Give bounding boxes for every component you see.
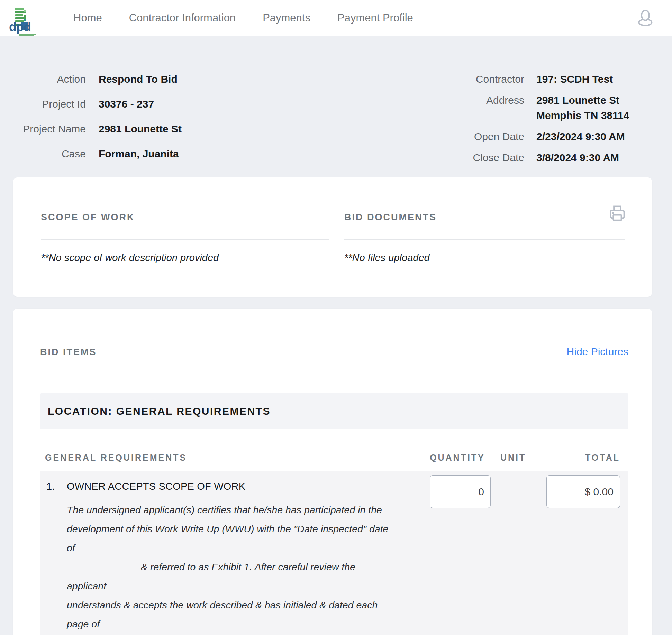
nav-item-home[interactable]: Home	[73, 12, 102, 24]
scope-of-work-title: SCOPE OF WORK	[41, 212, 329, 223]
project-info-right: Contractor 197: SCDH Test Address 2981 L…	[465, 72, 637, 165]
nav-item-contractor-information[interactable]: Contractor Information	[129, 12, 236, 24]
address-value: 2981 Lounette St Memphis TN 38114	[536, 93, 637, 123]
logo-caption-decoration	[19, 34, 36, 36]
dpd-logo[interactable]: dpd	[8, 2, 39, 36]
project-id-label: Project Id	[0, 96, 86, 112]
scope-divider	[41, 239, 329, 240]
open-date-label: Open Date	[465, 129, 524, 144]
location-header-text: LOCATION: GENERAL REQUIREMENTS	[48, 405, 271, 417]
bid-items-divider	[40, 377, 628, 377]
bid-items-title: BID ITEMS	[40, 347, 97, 358]
bid-documents-panel: BID DOCUMENTS **No files uploaded	[344, 212, 625, 297]
address-label: Address	[465, 93, 524, 108]
nav-item-payments[interactable]: Payments	[263, 12, 310, 24]
project-name-value: 2981 Lounette St	[99, 121, 182, 137]
project-info-section: Action Respond To Bid Project Id 30376 -…	[0, 36, 672, 165]
bid-items-card: BID ITEMS Hide Pictures LOCATION: GENERA…	[13, 309, 652, 635]
bid-item-number: 1.	[45, 481, 67, 635]
column-header-total: TOTAL	[546, 453, 620, 463]
project-info-left: Action Respond To Bid Project Id 30376 -…	[0, 72, 182, 165]
total-input[interactable]	[546, 475, 620, 508]
bid-documents-title: BID DOCUMENTS	[344, 212, 625, 223]
column-header-item: GENERAL REQUIREMENTS	[45, 453, 420, 463]
open-date-value: 2/23/2024 9:30 AM	[536, 129, 637, 144]
action-value: Respond To Bid	[99, 72, 182, 87]
project-name-label: Project Name	[0, 121, 86, 137]
printer-icon[interactable]	[609, 205, 626, 222]
contractor-value: 197: SCDH Test	[536, 72, 637, 87]
column-header-quantity: QUANTITY	[430, 453, 491, 463]
user-icon[interactable]	[636, 9, 655, 27]
scope-empty-message: **No scope of work description provided	[41, 252, 329, 264]
close-date-label: Close Date	[465, 150, 524, 165]
scope-of-work-panel: SCOPE OF WORK **No scope of work descrip…	[41, 212, 329, 297]
column-header-unit: UNIT	[500, 453, 537, 463]
action-label: Action	[0, 72, 86, 87]
scope-and-documents-card: SCOPE OF WORK **No scope of work descrip…	[13, 177, 652, 297]
main-nav: Home Contractor Information Payments Pay…	[73, 12, 413, 24]
contractor-label: Contractor	[465, 72, 524, 87]
nav-item-payment-profile[interactable]: Payment Profile	[337, 12, 413, 24]
bid-item-description: The undersigned applicant(s) certifies t…	[67, 500, 389, 635]
bid-items-table-header: GENERAL REQUIREMENTS QUANTITY UNIT TOTAL	[40, 453, 628, 463]
hide-pictures-link[interactable]: Hide Pictures	[567, 346, 628, 358]
quantity-input[interactable]	[430, 475, 491, 508]
case-label: Case	[0, 146, 86, 162]
top-navbar: dpd Home Contractor Information Payments…	[0, 0, 672, 36]
close-date-value: 3/8/2024 9:30 AM	[536, 150, 637, 165]
case-value: Forman, Juanita	[99, 146, 182, 162]
bid-item-title: OWNER ACCEPTS SCOPE OF WORK	[67, 481, 389, 492]
documents-empty-message: **No files uploaded	[344, 252, 625, 264]
logo-brand-text: dpd	[9, 20, 31, 34]
bid-item-row: 1. OWNER ACCEPTS SCOPE OF WORK The under…	[40, 471, 628, 635]
location-header-band: LOCATION: GENERAL REQUIREMENTS	[40, 393, 628, 429]
documents-divider	[344, 239, 625, 240]
project-id-value: 30376 - 237	[99, 96, 182, 112]
